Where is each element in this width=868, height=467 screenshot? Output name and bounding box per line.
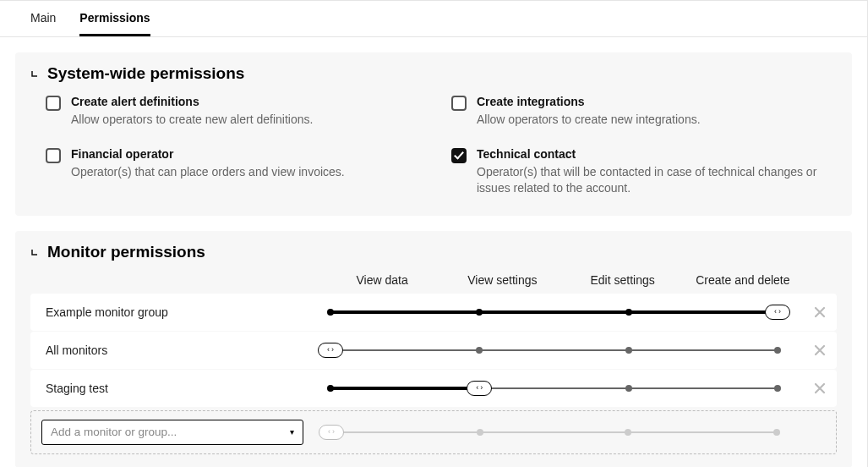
row-name: Example monitor group	[30, 305, 322, 319]
collapse-icon[interactable]	[30, 248, 39, 256]
tab-main[interactable]: Main	[30, 11, 56, 36]
checkbox-financial[interactable]	[46, 148, 61, 163]
checkbox-technical[interactable]	[451, 148, 467, 163]
slider-handle[interactable]: ‹›	[765, 305, 790, 320]
slider-handle[interactable]: ‹›	[318, 343, 343, 358]
collapse-icon[interactable]	[30, 69, 39, 78]
row-name: Staging test	[30, 382, 322, 395]
permission-row: Staging test ‹›	[30, 370, 837, 407]
col-view-settings: View settings	[442, 273, 562, 287]
permission-row: Example monitor group ‹›	[30, 294, 837, 331]
section-title-monitor: Monitor permissions	[47, 243, 205, 261]
remove-row-button[interactable]	[803, 382, 837, 395]
perm-title-create-integrations: Create integrations	[477, 95, 701, 108]
remove-row-button[interactable]	[803, 305, 837, 319]
system-wide-section: System-wide permissions Create alert def…	[15, 52, 852, 216]
remove-row-button[interactable]	[803, 343, 837, 357]
row-name: All monitors	[30, 343, 322, 357]
perm-title-technical: Technical contact	[477, 147, 837, 161]
col-create-delete: Create and delete	[683, 273, 803, 287]
perm-desc-technical: Operator(s) that will be contacted in ca…	[477, 164, 837, 197]
slider-handle[interactable]: ‹›	[467, 381, 492, 396]
perm-desc-create-integrations: Allow operators to create new integratio…	[477, 112, 701, 129]
col-view-data: View data	[322, 273, 442, 287]
perm-title-financial: Financial operator	[71, 147, 345, 161]
col-edit-settings: Edit settings	[563, 273, 683, 287]
add-permission-row: Add a monitor or group... ▾ ‹›	[30, 410, 837, 454]
chevron-down-icon: ▾	[290, 427, 294, 437]
tab-bar: Main Permissions	[0, 0, 867, 37]
monitor-permissions-section: Monitor permissions View data View setti…	[15, 231, 852, 467]
add-monitor-placeholder: Add a monitor or group...	[51, 426, 177, 438]
slider-handle-disabled: ‹›	[319, 425, 344, 440]
perm-desc-create-alert: Allow operators to create new alert defi…	[71, 112, 313, 129]
checkbox-create-integrations[interactable]	[451, 96, 467, 111]
perm-title-create-alert: Create alert definitions	[71, 95, 313, 108]
section-title-system: System-wide permissions	[47, 64, 244, 83]
tab-permissions[interactable]: Permissions	[79, 11, 150, 36]
perm-desc-financial: Operator(s) that can place orders and vi…	[71, 164, 345, 181]
permission-row: All monitors ‹›	[30, 332, 837, 369]
add-monitor-select[interactable]: Add a monitor or group... ▾	[41, 420, 303, 445]
checkbox-create-alert[interactable]	[46, 96, 61, 111]
